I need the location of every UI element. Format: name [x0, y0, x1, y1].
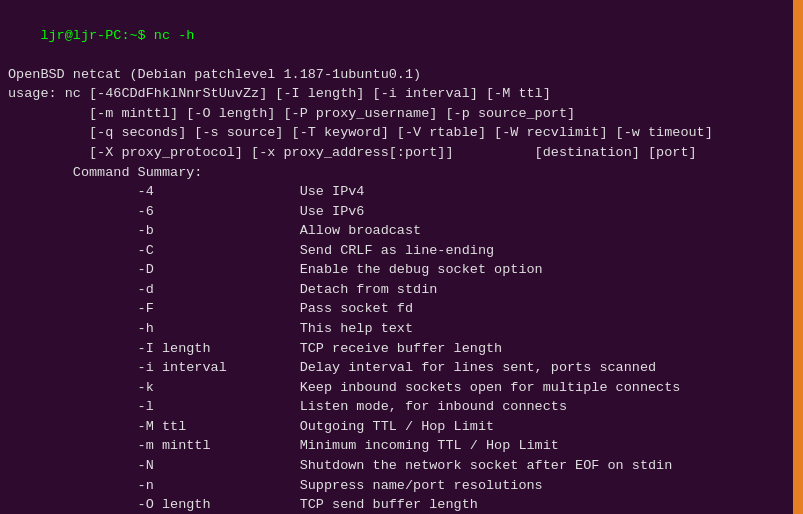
scrollbar[interactable]: [793, 0, 803, 514]
terminal-line: -F Pass socket fd: [8, 299, 795, 319]
terminal-line: [-X proxy_protocol] [-x proxy_address[:p…: [8, 143, 795, 163]
terminal-line: usage: nc [-46CDdFhklNnrStUuvZz] [-I len…: [8, 84, 795, 104]
terminal-line: -i interval Delay interval for lines sen…: [8, 358, 795, 378]
terminal-window: ljr@ljr-PC:~$ nc -h OpenBSD netcat (Debi…: [0, 0, 803, 514]
terminal-line: -h This help text: [8, 319, 795, 339]
terminal-line: -4 Use IPv4: [8, 182, 795, 202]
terminal-line: -D Enable the debug socket option: [8, 260, 795, 280]
terminal-line: [-m minttl] [-O length] [-P proxy_userna…: [8, 104, 795, 124]
terminal-line: -O length TCP send buffer length: [8, 495, 795, 514]
terminal-line: -d Detach from stdin: [8, 280, 795, 300]
terminal-line: -N Shutdown the network socket after EOF…: [8, 456, 795, 476]
terminal-line: -C Send CRLF as line-ending: [8, 241, 795, 261]
terminal-line: -l Listen mode, for inbound connects: [8, 397, 795, 417]
terminal-line: -n Suppress name/port resolutions: [8, 476, 795, 496]
terminal-line: -M ttl Outgoing TTL / Hop Limit: [8, 417, 795, 437]
terminal-line: -b Allow broadcast: [8, 221, 795, 241]
prompt-line: ljr@ljr-PC:~$ nc -h: [8, 6, 795, 65]
terminal-line: -I length TCP receive buffer length: [8, 339, 795, 359]
terminal-line: -k Keep inbound sockets open for multipl…: [8, 378, 795, 398]
terminal-line: OpenBSD netcat (Debian patchlevel 1.187-…: [8, 65, 795, 85]
output-lines: OpenBSD netcat (Debian patchlevel 1.187-…: [8, 65, 795, 514]
terminal-line: -m minttl Minimum incoming TTL / Hop Lim…: [8, 436, 795, 456]
terminal-line: Command Summary:: [8, 163, 795, 183]
prompt: ljr@ljr-PC:~$ nc -h: [40, 28, 194, 43]
terminal-line: -6 Use IPv6: [8, 202, 795, 222]
terminal-line: [-q seconds] [-s source] [-T keyword] [-…: [8, 123, 795, 143]
